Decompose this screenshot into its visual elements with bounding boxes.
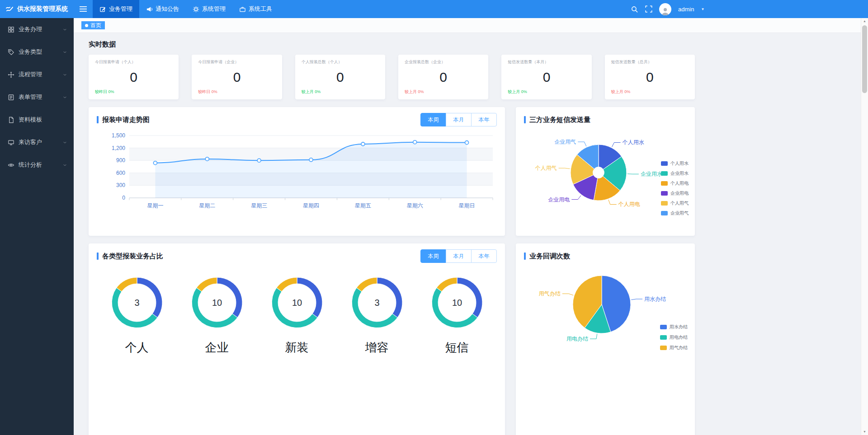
- sidebar-toggle-button[interactable]: [74, 0, 93, 18]
- legend-item[interactable]: 用电办结: [660, 334, 688, 341]
- vertical-scrollbar[interactable]: ▲ ▼: [861, 18, 868, 435]
- dashboard-row-2: 各类型报装业务占比 本周 本月 本年 3 个人 10 企业: [89, 243, 695, 435]
- scroll-up-arrow[interactable]: ▲: [861, 18, 868, 24]
- username[interactable]: admin: [678, 6, 694, 13]
- ratio-donut-chart: 10: [430, 276, 484, 330]
- sidebar-item-label: 统计分析: [19, 161, 42, 169]
- sidebar-item-material-template[interactable]: 资料模板: [0, 108, 74, 131]
- sidebar-item-business-handling[interactable]: 业务办理: [0, 18, 74, 41]
- stat-card-value: 0: [302, 70, 379, 85]
- legend-label: 用水办结: [670, 324, 688, 330]
- user-avatar-icon: [661, 7, 670, 15]
- ratio-range-switch: 本周 本月 本年: [420, 249, 497, 263]
- scroll-down-arrow[interactable]: ▼: [861, 429, 868, 435]
- legend-item[interactable]: 用水办结: [660, 324, 688, 330]
- form-icon: [8, 94, 14, 101]
- legend-label: 个人用气: [670, 200, 689, 206]
- svg-text:企业用气: 企业用气: [554, 139, 576, 145]
- stat-card-value: 0: [611, 70, 689, 85]
- ratio-donut-label: 企业: [190, 340, 244, 355]
- topbar: 供水报装管理系统 业务管理 通知公告: [0, 0, 868, 18]
- search-icon[interactable]: [631, 5, 638, 13]
- legend-swatch: [661, 181, 668, 186]
- sidebar-item-statistics-analysis[interactable]: 统计分析: [0, 154, 74, 176]
- ratio-tab-week[interactable]: 本周: [420, 249, 446, 263]
- grid-icon: [8, 26, 14, 33]
- toolbox-icon: [239, 6, 246, 13]
- sidebar-item-form-management[interactable]: 表单管理: [0, 86, 74, 108]
- legend-item[interactable]: 个人用气: [661, 200, 689, 206]
- callback-panel: 业务回调次数 用水办结用电办结用气办结 用水办结 用电办结 用气办结: [516, 243, 695, 435]
- ratio-donut-label: 增容: [350, 340, 404, 355]
- eye-icon: [8, 162, 14, 168]
- tab-home[interactable]: 首页: [81, 21, 105, 29]
- sidebar: 业务办理 业务类型 流程管理 表单管理 资料模板 来访客户: [0, 18, 74, 435]
- avatar[interactable]: [659, 3, 671, 15]
- ratio-tab-year[interactable]: 本年: [471, 249, 497, 263]
- legend-item[interactable]: 企业用水: [661, 170, 689, 177]
- sms-panel: 三方业务短信发送量 个人用水企业用水个人用电企业用电个人用气企业用气 个人用水 …: [516, 107, 695, 236]
- chevron-down-icon: [62, 140, 67, 145]
- ratio-donut-enterprise: 10 企业: [190, 276, 244, 355]
- nav-item-notices[interactable]: 通知公告: [139, 0, 186, 18]
- legend-item[interactable]: 企业用电: [661, 190, 689, 196]
- trend-tab-year[interactable]: 本年: [471, 113, 497, 126]
- chevron-down-icon: [62, 95, 67, 100]
- legend-item[interactable]: 个人用水: [661, 160, 689, 167]
- svg-text:用气办结: 用气办结: [539, 290, 561, 297]
- stat-card-value: 0: [508, 70, 585, 85]
- legend-swatch: [660, 346, 667, 350]
- legend-swatch: [661, 161, 668, 166]
- svg-text:星期日: 星期日: [459, 202, 475, 209]
- svg-text:0: 0: [122, 195, 125, 201]
- legend-item[interactable]: 企业用气: [661, 210, 689, 216]
- svg-text:1,200: 1,200: [112, 145, 125, 151]
- app-logo[interactable]: 供水报装管理系统: [0, 0, 74, 18]
- sidebar-item-process-management[interactable]: 流程管理: [0, 63, 74, 86]
- legend-swatch: [660, 335, 667, 340]
- nav-item-system-tools[interactable]: 系统工具: [232, 0, 279, 18]
- sidebar-item-visiting-customers[interactable]: 来访客户: [0, 131, 74, 154]
- topbar-actions: admin ▼: [631, 0, 704, 18]
- legend-item[interactable]: 用气办结: [660, 345, 688, 351]
- legend-item[interactable]: 个人用电: [661, 180, 689, 187]
- top-navigation: 业务管理 通知公告 系统管理 系统工具: [93, 0, 279, 18]
- svg-text:星期二: 星期二: [199, 202, 215, 209]
- trend-panel-header: 报装申请走势图 本周 本月 本年: [97, 113, 497, 126]
- stat-card-sms-total: 短信发送数量（总共） 0 较上月 0%: [605, 55, 695, 99]
- chevron-down-icon: [62, 27, 67, 32]
- edit-square-icon: [99, 6, 106, 13]
- stat-card-label: 今日报装申请（个人）: [95, 59, 172, 65]
- svg-text:600: 600: [116, 170, 125, 176]
- legend-label: 用气办结: [670, 345, 688, 351]
- svg-text:星期四: 星期四: [303, 202, 319, 209]
- sidebar-item-label: 业务类型: [19, 48, 42, 56]
- trend-range-switch: 本周 本月 本年: [420, 113, 497, 126]
- trend-tab-week[interactable]: 本周: [420, 113, 446, 126]
- chevron-down-icon: [62, 50, 67, 55]
- legend-swatch: [661, 201, 668, 206]
- ratio-donut-chart: 3: [350, 276, 404, 330]
- fullscreen-icon[interactable]: [645, 5, 652, 13]
- tags-bar: 首页: [74, 18, 861, 33]
- caret-down-icon[interactable]: ▼: [701, 7, 704, 11]
- trend-tab-month[interactable]: 本月: [446, 113, 472, 126]
- stat-card-today-enterprise: 今日报装申请（企业） 0 较昨日 0%: [192, 55, 282, 99]
- stat-card-label: 短信发送数量（总共）: [611, 59, 689, 65]
- sidebar-item-label: 资料模板: [19, 116, 42, 124]
- svg-text:用水办结: 用水办结: [644, 296, 666, 302]
- sidebar-item-label: 业务办理: [19, 25, 42, 33]
- scrollbar-thumb[interactable]: [862, 25, 867, 93]
- sms-legend: 个人用水 企业用水 个人用电 企业用电 个人用气 企业用气: [661, 160, 689, 216]
- nav-item-business-management[interactable]: 业务管理: [93, 0, 139, 18]
- nav-item-label: 业务管理: [109, 5, 132, 13]
- trend-chart: 03006009001,2001,500星期一星期二星期三星期四星期五星期六星期…: [97, 130, 497, 220]
- ratio-tab-month[interactable]: 本月: [446, 249, 472, 263]
- svg-text:10: 10: [452, 298, 462, 308]
- document-icon: [8, 117, 14, 123]
- ratio-panel-title: 各类型报装业务占比: [102, 252, 163, 261]
- sidebar-item-business-type[interactable]: 业务类型: [0, 41, 74, 63]
- svg-text:个人用电: 个人用电: [618, 201, 640, 207]
- nav-item-system-management[interactable]: 系统管理: [186, 0, 232, 18]
- svg-text:10: 10: [212, 298, 222, 308]
